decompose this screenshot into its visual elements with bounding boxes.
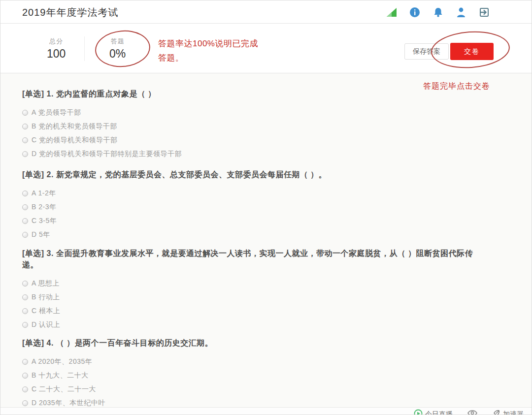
bottom-bar: 今日直播 加速器 <box>0 407 532 415</box>
radio-button[interactable] <box>22 232 28 238</box>
option-row[interactable]: C 二十大、二十一大 <box>22 383 495 396</box>
option-label: C 二十大、二十一大 <box>32 385 96 394</box>
submit-paper-button[interactable]: 交卷 <box>450 43 494 60</box>
total-score-value: 100 <box>47 47 66 61</box>
answer-rate-block: 答题 0% <box>109 37 126 61</box>
radio-button[interactable] <box>22 191 28 196</box>
answer-rate-value: 0% <box>109 47 126 61</box>
answer-rate-label: 答题 <box>109 37 126 46</box>
question-title: [单选] 4. （ ）是两个一百年奋斗目标的历史交汇期。 <box>22 337 488 349</box>
vertical-divider <box>84 36 85 61</box>
option-label: D 5年 <box>32 230 50 239</box>
info-icon[interactable] <box>410 7 420 17</box>
question-2: [单选] 2. 新党章规定，党的基层委员会、总支部委员会、支部委员会每届任期（ … <box>22 169 495 242</box>
option-row[interactable]: C 党的领导机关和领导干部 <box>22 133 495 147</box>
accelerator-label: 加速器 <box>503 410 524 415</box>
radio-button[interactable] <box>22 308 28 314</box>
radio-button[interactable] <box>22 359 28 365</box>
save-answers-button[interactable]: 保存答案 <box>404 43 449 60</box>
logout-icon[interactable] <box>479 7 489 17</box>
question-title: [单选] 2. 新党章规定，党的基层委员会、总支部委员会、支部委员会每届任期（ … <box>22 169 488 180</box>
question-title: [单选] 1. 党内监督的重点对象是（ ） <box>22 88 488 99</box>
score-bar: 总分 100 答题 0% 答题率达100%说明已完成答题。 保存答案 交卷 <box>0 24 532 73</box>
option-label: A 思想上 <box>32 279 60 288</box>
radio-button[interactable] <box>22 322 28 328</box>
eye-icon[interactable] <box>467 409 477 415</box>
option-row[interactable]: D 5年 <box>22 228 495 242</box>
option-label: A 党员领导干部 <box>32 108 81 117</box>
signal-icon[interactable] <box>387 7 397 17</box>
option-label: B 行动上 <box>32 293 60 302</box>
user-icon[interactable] <box>456 7 466 17</box>
option-row[interactable]: A 思想上 <box>22 277 495 290</box>
question-3: [单选] 3. 全面提升教育事业发展水平，就是要通过解决一人读书，实现一人就业，… <box>22 248 495 332</box>
radio-button[interactable] <box>22 110 28 116</box>
option-row[interactable]: C 3-5年 <box>22 214 495 228</box>
option-label: C 3-5年 <box>32 217 57 225</box>
total-score-label: 总分 <box>47 37 66 46</box>
radio-button[interactable] <box>22 400 28 406</box>
option-label: D 党的领导机关和领导干部特别是主要领导干部 <box>32 150 182 159</box>
bell-icon[interactable] <box>433 7 443 17</box>
option-label: C 根本上 <box>32 307 61 316</box>
option-row[interactable]: A 2020年、2035年 <box>22 355 495 369</box>
option-label: C 党的领导机关和领导干部 <box>32 136 118 145</box>
accelerator-widget[interactable]: 加速器 <box>492 409 524 415</box>
radio-button[interactable] <box>22 151 28 157</box>
question-4: [单选] 4. （ ）是两个一百年奋斗目标的历史交汇期。 A 2020年、203… <box>22 337 495 410</box>
exam-page: 2019年年度学法考试 <box>0 0 532 415</box>
rocket-icon <box>492 409 500 415</box>
option-label: B 2-3年 <box>32 203 56 212</box>
option-row[interactable]: A 1-2年 <box>22 187 495 200</box>
radio-button[interactable] <box>22 386 28 392</box>
option-row[interactable]: B 党的机关和党员领导干部 <box>22 120 495 133</box>
question-title: [单选] 3. 全面提升教育事业发展水平，就是要通过解决一人读书，实现一人就业，… <box>22 248 488 270</box>
play-circle-icon <box>414 409 423 415</box>
page-title: 2019年年度学法考试 <box>22 6 119 19</box>
radio-button[interactable] <box>22 218 28 224</box>
bottom-widgets: 今日直播 加速器 <box>414 409 524 415</box>
option-label: B 十九大、二十大 <box>32 371 89 380</box>
option-row[interactable]: D 党的领导机关和领导干部特别是主要领导干部 <box>22 147 495 161</box>
radio-button[interactable] <box>22 373 28 379</box>
option-label: D 认识上 <box>32 320 61 329</box>
option-row[interactable]: A 党员领导干部 <box>22 106 495 120</box>
option-row[interactable]: D 认识上 <box>22 318 495 332</box>
option-label: B 党的机关和党员领导干部 <box>32 122 117 131</box>
option-row[interactable]: C 根本上 <box>22 304 495 318</box>
live-stream-label: 今日直播 <box>425 410 453 415</box>
option-label: A 2020年、2035年 <box>32 357 92 366</box>
header-icons <box>387 0 489 24</box>
radio-button[interactable] <box>22 137 28 143</box>
question-1: [单选] 1. 党内监督的重点对象是（ ） A 党员领导干部 B 党的机关和党员… <box>22 88 495 161</box>
question-area: 答题完毕点击交卷 [单选] 1. 党内监督的重点对象是（ ） A 党员领导干部 … <box>0 73 532 407</box>
top-header: 2019年年度学法考试 <box>0 0 532 24</box>
radio-button[interactable] <box>22 204 28 210</box>
radio-button[interactable] <box>22 294 28 300</box>
live-stream-widget[interactable]: 今日直播 <box>414 409 453 415</box>
total-score-block: 总分 100 <box>47 37 66 61</box>
radio-button[interactable] <box>22 281 28 287</box>
option-row[interactable]: B 行动上 <box>22 290 495 304</box>
radio-button[interactable] <box>22 124 28 129</box>
option-label: D 2035年、本世纪中叶 <box>32 399 105 408</box>
option-row[interactable]: B 十九大、二十大 <box>22 369 495 383</box>
option-row[interactable]: B 2-3年 <box>22 200 495 214</box>
answer-rate-hint: 答题率达100%说明已完成答题。 <box>158 36 259 65</box>
option-label: A 1-2年 <box>32 189 56 198</box>
